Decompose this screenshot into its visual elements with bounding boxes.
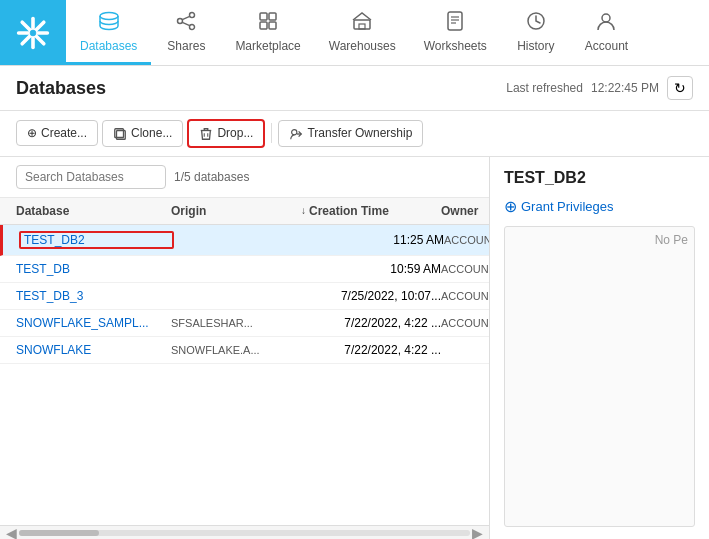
main-content: Databases Last refreshed 12:22:45 PM ↻ ⊕… [0,66,709,539]
cell-owner-0: ACCOUNTAD [444,234,489,246]
drop-icon [199,126,213,141]
table-row[interactable]: SNOWFLAKE SNOWFLAKE.A... 7/22/2022, 4:22… [0,337,489,364]
content-area: 1/5 databases Database Origin ↓ Creation… [0,157,709,539]
search-input[interactable] [16,165,166,189]
scroll-track[interactable] [19,530,470,536]
left-arrow-icon[interactable]: ◀ [4,525,19,540]
header-bar: Databases Last refreshed 12:22:45 PM ↻ [0,66,709,111]
cell-time-1: 10:59 AM [301,262,441,276]
cell-time-0: 11:25 AM [304,233,444,247]
toolbar-divider [271,123,272,143]
nav-tab-history[interactable]: History [501,0,571,65]
right-content-area: No Pe [504,226,695,527]
database-table: Database Origin ↓ Creation Time Owner [0,198,489,525]
header-right: Last refreshed 12:22:45 PM ↻ [506,76,693,100]
grant-privileges-label: Grant Privileges [521,199,613,214]
create-button[interactable]: ⊕ Create... [16,120,98,146]
svg-rect-12 [269,13,276,20]
svg-point-7 [178,18,183,23]
cell-origin-4: SNOWFLAKE.A... [171,344,301,356]
refresh-time: 12:22:45 PM [591,81,659,95]
cell-db-name-2[interactable]: TEST_DB_3 [16,289,171,303]
toolbar: ⊕ Create... Clone... Drop... Transfer Ow… [0,111,709,157]
cell-db-name-3[interactable]: SNOWFLAKE_SAMPL... [16,316,171,330]
search-count-bar: 1/5 databases [0,157,489,198]
history-icon [525,10,547,35]
svg-point-4 [30,30,36,36]
grant-plus-icon: ⊕ [504,197,517,216]
scroll-right-arrow[interactable]: ▶ [470,525,485,540]
nav-tab-shares[interactable]: Shares [151,0,221,65]
nav-tab-databases[interactable]: Databases [66,0,151,65]
horizontal-scrollbar[interactable]: ◀ ▶ [0,525,489,539]
right-arrow-icon[interactable]: ▶ [470,525,485,540]
create-label: Create... [41,126,87,140]
sort-down-icon: ↓ [301,205,306,216]
svg-rect-14 [269,22,276,29]
refresh-button[interactable]: ↻ [667,76,693,100]
nav-tab-worksheets-label: Worksheets [424,39,487,53]
col-creation-time-label: Creation Time [309,204,389,218]
transfer-ownership-label: Transfer Ownership [307,126,412,140]
scroll-thumb[interactable] [19,530,99,536]
nav-tab-warehouses[interactable]: Warehouses [315,0,410,65]
cell-time-4: 7/22/2022, 4:22 ... [301,343,441,357]
nav-tab-marketplace[interactable]: Marketplace [221,0,314,65]
col-origin-label: Origin [171,204,206,218]
svg-rect-11 [260,13,267,20]
svg-point-22 [602,14,610,22]
svg-rect-13 [260,22,267,29]
last-refreshed-label: Last refreshed [506,81,583,95]
clone-button[interactable]: Clone... [102,120,183,147]
left-panel: 1/5 databases Database Origin ↓ Creation… [0,157,490,539]
nav-tab-shares-label: Shares [167,39,205,53]
nav-tab-history-label: History [517,39,554,53]
top-navigation: Databases Shares Marketplace Warehouses … [0,0,709,66]
db-count: 1/5 databases [174,170,249,184]
cell-db-name-0[interactable]: TEST_DB2 [19,231,174,249]
cell-origin-3: SFSALESHAR... [171,317,301,329]
cell-db-name-4[interactable]: SNOWFLAKE [16,343,171,357]
account-icon [595,10,617,35]
cell-owner-3: ACCOUNTAD [441,317,489,329]
col-header-creation-time[interactable]: ↓ Creation Time [301,204,441,218]
table-row[interactable]: TEST_DB_3 7/25/2022, 10:07... ACCOUNTAD [0,283,489,310]
svg-point-5 [100,12,118,19]
clone-label: Clone... [131,126,172,140]
svg-point-6 [190,12,195,17]
col-header-owner: Owner [441,204,478,218]
nav-tab-warehouses-label: Warehouses [329,39,396,53]
cell-db-name-1[interactable]: TEST_DB [16,262,171,276]
svg-point-27 [292,129,297,134]
scroll-left-arrow[interactable]: ◀ [4,525,19,540]
table-row[interactable]: TEST_DB 10:59 AM ACCOUNTAD [0,256,489,283]
nav-tab-worksheets[interactable]: Worksheets [410,0,501,65]
nav-tab-account-label: Account [585,39,628,53]
grant-privileges-button[interactable]: ⊕ Grant Privileges [504,197,695,216]
col-database-label: Database [16,204,69,218]
warehouses-icon [351,10,373,35]
right-panel-title: TEST_DB2 [504,169,695,187]
drop-button[interactable]: Drop... [187,119,265,148]
transfer-ownership-button[interactable]: Transfer Ownership [278,120,423,147]
table-row[interactable]: SNOWFLAKE_SAMPL... SFSALESHAR... 7/22/20… [0,310,489,337]
shares-icon [175,10,197,35]
no-pe-text: No Pe [655,233,688,247]
nav-tab-marketplace-label: Marketplace [235,39,300,53]
nav-tab-databases-label: Databases [80,39,137,53]
table-header: Database Origin ↓ Creation Time Owner [0,198,489,225]
cell-owner-1: ACCOUNTAD [441,263,489,275]
clone-icon [113,126,127,141]
table-row[interactable]: TEST_DB2 11:25 AM ACCOUNTAD [0,225,489,256]
col-owner-label: Owner [441,204,478,218]
marketplace-icon [257,10,279,35]
svg-line-10 [183,22,190,25]
nav-tab-account[interactable]: Account [571,0,642,65]
transfer-icon [289,126,303,141]
svg-point-8 [190,24,195,29]
cell-owner-2: ACCOUNTAD [441,290,489,302]
databases-icon [98,10,120,35]
right-panel: TEST_DB2 ⊕ Grant Privileges No Pe [490,157,709,539]
svg-line-9 [183,16,190,19]
col-header-origin: Origin [171,204,301,218]
